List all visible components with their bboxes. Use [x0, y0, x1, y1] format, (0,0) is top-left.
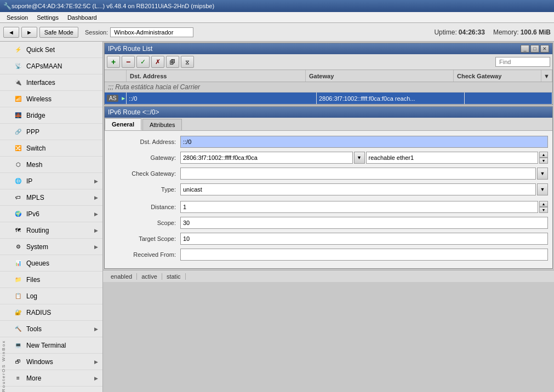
gateway-dropdown-button[interactable]: ▼ — [354, 152, 365, 164]
disable-route-button[interactable]: ✗ — [151, 56, 164, 68]
check-gateway-dropdown-button[interactable]: ▼ — [537, 168, 548, 180]
forward-button[interactable]: ► — [21, 27, 37, 38]
system-icon: ⚙ — [13, 242, 23, 252]
mesh-icon: ⬡ — [13, 160, 23, 170]
menu-bar: Session Settings Dashboard — [0, 12, 554, 23]
tab-attributes[interactable]: Attributes — [142, 119, 182, 130]
sidebar-item-label: Routing — [26, 227, 94, 234]
safe-mode-button[interactable]: Safe Mode — [39, 27, 78, 38]
title-bar-text: soporte@C4:AD:34:7E:92:5C (L...) v6.48.4… — [12, 3, 214, 9]
received-from-label: Received From: — [109, 251, 180, 258]
status-active: active — [137, 273, 162, 280]
distance-spinner: ▲ ▼ — [539, 201, 548, 213]
back-button[interactable]: ◄ — [3, 27, 19, 38]
session-label: Session: — [85, 29, 108, 36]
tab-general[interactable]: General — [105, 118, 141, 130]
log-icon: 📋 — [13, 291, 23, 301]
maximize-button[interactable]: □ — [530, 45, 539, 53]
sidebar-item-label: Tools — [26, 325, 94, 333]
type-input-group: ▼ — [180, 183, 548, 195]
sidebar-item-log[interactable]: 📋 Log — [0, 288, 102, 304]
sidebar-item-capsman[interactable]: 📡 CAPsMAAN — [0, 58, 102, 74]
sidebar-item-quick-set[interactable]: ⚡ Quick Set — [0, 42, 102, 58]
sidebar-item-label: Bridge — [26, 112, 98, 119]
enable-route-button[interactable]: ✓ — [136, 56, 150, 68]
minimize-button[interactable]: _ — [521, 45, 529, 53]
sidebar-item-ip[interactable]: 🌐 IP ▶ — [0, 173, 102, 189]
received-from-input[interactable] — [180, 249, 548, 261]
route-editor-window: IPv6 Route <::/0> General Attributes Dst… — [104, 106, 553, 269]
find-input[interactable] — [495, 57, 550, 67]
close-button[interactable]: ✕ — [540, 45, 549, 53]
scope-input[interactable] — [180, 217, 548, 229]
sidebar-item-ppp[interactable]: 🔗 PPP — [0, 124, 102, 140]
gateway-spinner-up[interactable]: ▲ — [539, 152, 548, 158]
table-header: Dst. Address Gateway Check Gateway ▼ — [105, 70, 552, 82]
dst-address-label: Dst. Address: — [109, 139, 180, 145]
more-arrow: ▶ — [94, 376, 98, 381]
sidebar-item-interfaces[interactable]: 🔌 Interfaces — [0, 74, 102, 91]
sidebar-item-queues[interactable]: 📊 Queues — [0, 255, 102, 272]
switch-icon: 🔀 — [13, 143, 23, 153]
sidebar-item-mesh[interactable]: ⬡ Mesh — [0, 157, 102, 173]
session-input[interactable] — [110, 27, 193, 37]
as-badge: AS — [107, 95, 118, 102]
uptime-section: Uptime: 04:26:33 Memory: 100.6 MiB — [434, 28, 551, 36]
gateway-spinner-down[interactable]: ▼ — [539, 158, 548, 164]
filter-route-button[interactable]: ⧖ — [181, 56, 194, 68]
sidebar-item-more[interactable]: ≡ More ▶ — [0, 370, 102, 387]
distance-spinner-up[interactable]: ▲ — [539, 201, 548, 207]
sidebar-item-switch[interactable]: 🔀 Switch — [0, 140, 102, 157]
check-gateway-input-group: ▼ — [180, 168, 548, 180]
col-header-dst: Dst. Address — [127, 70, 306, 82]
tools-arrow: ▶ — [94, 326, 98, 332]
sidebar-item-mpls[interactable]: 🏷 MPLS ▶ — [0, 189, 102, 206]
sidebar-item-radius[interactable]: 🔐 RADIUS — [0, 304, 102, 321]
gateway-state-input[interactable] — [366, 152, 539, 164]
mpls-icon: 🏷 — [13, 193, 23, 203]
toolbar: ◄ ► Safe Mode Session: Uptime: 04:26:33 … — [0, 23, 554, 42]
cell-check-gateway — [465, 93, 552, 104]
form-row-distance: Distance: ▲ ▼ — [109, 200, 548, 214]
memory-value: 100.6 MiB — [521, 28, 551, 36]
sidebar-item-files[interactable]: 📁 Files — [0, 272, 102, 288]
sidebar-item-system[interactable]: ⚙ System ▶ — [0, 239, 102, 255]
sidebar-item-new-terminal[interactable]: 💻 New Terminal — [0, 337, 102, 354]
sidebar-item-label: New Terminal — [26, 342, 98, 349]
sidebar-item-ipv6[interactable]: 🌍 IPv6 ▶ — [0, 206, 102, 222]
gateway-spinner: ▲ ▼ — [539, 152, 548, 164]
add-route-button[interactable]: + — [107, 56, 120, 68]
col-header-expand[interactable]: ▼ — [541, 70, 552, 82]
distance-input[interactable] — [180, 201, 538, 213]
menu-dashboard[interactable]: Dashboard — [63, 13, 101, 22]
distance-spinner-down[interactable]: ▼ — [539, 207, 548, 213]
sidebar-item-bridge[interactable]: 🌉 Bridge — [0, 107, 102, 124]
mpls-arrow: ▶ — [94, 195, 98, 200]
status-enabled: enabled — [106, 273, 137, 280]
type-input[interactable] — [180, 183, 536, 195]
sidebar-item-routing[interactable]: 🗺 Routing ▶ — [0, 222, 102, 239]
menu-session[interactable]: Session — [2, 13, 32, 22]
title-bar: 🔧 soporte@C4:AD:34:7E:92:5C (L...) v6.48… — [0, 0, 554, 12]
col-header-check — [105, 70, 127, 82]
target-scope-input[interactable] — [180, 233, 548, 245]
type-dropdown-button[interactable]: ▼ — [537, 183, 548, 195]
remove-route-button[interactable]: − — [122, 56, 135, 68]
status-bar: enabled active static — [103, 270, 554, 282]
route-list-window: IPv6 Route List _ □ ✕ + − ✓ ✗ 🗐 ⧖ Dst. A… — [104, 43, 553, 105]
route-editor-title-bar: IPv6 Route <::/0> — [105, 107, 552, 118]
sidebar-item-windows[interactable]: 🗗 Windows ▶ — [0, 354, 102, 370]
form-row-target-scope: Target Scope: — [109, 232, 548, 245]
check-gateway-input[interactable] — [180, 168, 536, 180]
sidebar-item-tools[interactable]: 🔨 Tools ▶ — [0, 321, 102, 337]
gateway-input-group: ▼ ▲ ▼ — [180, 152, 548, 164]
copy-route-button[interactable]: 🗐 — [166, 56, 179, 68]
sidebar-item-label: Windows — [26, 358, 94, 366]
route-editor-title: IPv6 Route <::/0> — [108, 108, 549, 116]
menu-settings[interactable]: Settings — [32, 13, 63, 22]
dst-address-input[interactable] — [180, 136, 548, 148]
route-editor-form: Dst. Address: Gateway: ▼ ▲ ▼ — [105, 131, 552, 268]
table-row[interactable]: AS ► ::/0 2806:3f7:1002::ffff:f0ca:f0ca … — [105, 93, 552, 105]
gateway-input[interactable] — [180, 152, 353, 164]
sidebar-item-wireless[interactable]: 📶 Wireless — [0, 91, 102, 107]
